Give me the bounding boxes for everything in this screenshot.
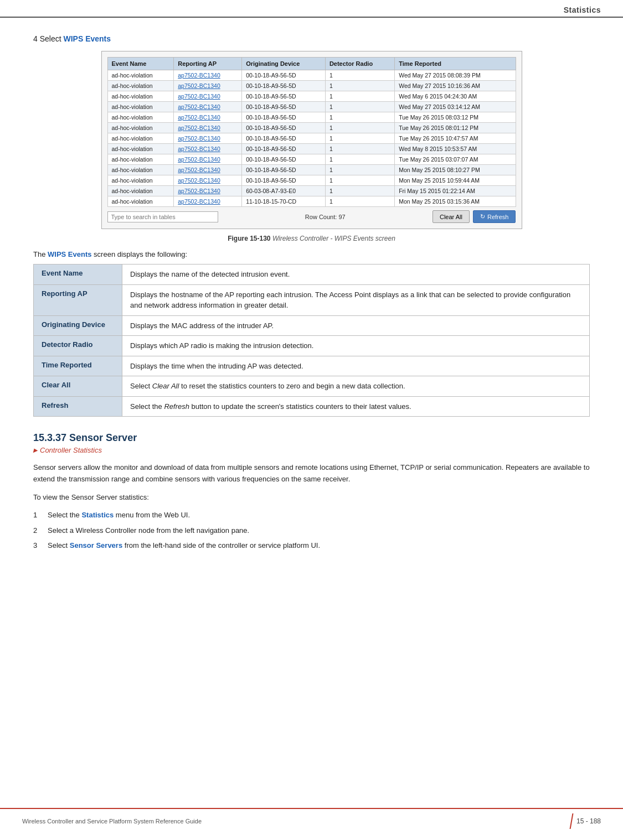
sub-link-text[interactable]: Controller Statistics xyxy=(40,446,102,454)
cell-ap: ap7502-BC1340 xyxy=(174,186,242,196)
cell-device: 00-10-18-A9-56-5D xyxy=(242,154,326,165)
col-reporting-ap[interactable]: Reporting AP xyxy=(174,58,242,70)
step-1-content: Select the Statistics menu from the Web … xyxy=(48,510,190,521)
intro-link[interactable]: WIPS Events xyxy=(48,250,91,258)
step-3-content: Select Sensor Servers from the left-hand… xyxy=(48,540,320,551)
refresh-icon: ↻ xyxy=(480,213,485,220)
step4-heading: 4 Select WIPS Events xyxy=(33,34,590,43)
step-2-text: Select a Wireless Controller node from t… xyxy=(48,525,249,536)
intro-text: The WIPS Events screen displays the foll… xyxy=(33,250,590,258)
description-table: Event Name Displays the name of the dete… xyxy=(33,264,590,417)
desc-value-event-name: Displays the name of the detected intrus… xyxy=(122,265,590,285)
table-footer: Row Count: 97 Clear All ↻ Refresh xyxy=(107,210,516,223)
table-row: ad-hoc-violation ap7502-BC1340 00-10-18-… xyxy=(107,70,516,81)
figure-caption: Figure 15-130 Wireless Controller - WIPS… xyxy=(33,235,590,242)
desc-value-reporting-ap: Displays the hostname of the AP reportin… xyxy=(122,284,590,315)
intro-before: The xyxy=(33,250,48,258)
table-row: ad-hoc-violation ap7502-BC1340 11-10-18-… xyxy=(107,196,516,207)
cell-event: ad-hoc-violation xyxy=(107,70,174,81)
desc-row-event-name: Event Name Displays the name of the dete… xyxy=(34,265,590,285)
cell-radio: 1 xyxy=(325,112,394,123)
col-detector-radio[interactable]: Detector Radio xyxy=(325,58,394,70)
step4-link[interactable]: WIPS Events xyxy=(63,34,111,43)
cell-radio: 1 xyxy=(325,175,394,186)
table-row: ad-hoc-violation ap7502-BC1340 60-03-08-… xyxy=(107,186,516,196)
page-header: Statistics xyxy=(0,0,623,18)
page-footer: Wireless Controller and Service Platform… xyxy=(0,808,623,829)
cell-time: Wed May 6 2015 04:24:30 AM xyxy=(395,91,516,102)
desc-row-reporting-ap: Reporting AP Displays the hostname of th… xyxy=(34,284,590,315)
cell-time: Wed May 27 2015 10:16:36 AM xyxy=(395,81,516,91)
cell-event: ad-hoc-violation xyxy=(107,112,174,123)
search-input[interactable] xyxy=(107,211,218,222)
cell-event: ad-hoc-violation xyxy=(107,175,174,186)
screenshot-box: Event Name Reporting AP Originating Devi… xyxy=(101,51,522,229)
cell-device: 60-03-08-A7-93-E0 xyxy=(242,186,326,196)
cell-device: 00-10-18-A9-56-5D xyxy=(242,144,326,154)
step-3-link[interactable]: Sensor Servers xyxy=(70,541,122,549)
step-1-before: Select the xyxy=(48,511,81,519)
figure-bold: Figure 15-130 xyxy=(228,235,270,242)
cell-ap: ap7502-BC1340 xyxy=(174,154,242,165)
cell-radio: 1 xyxy=(325,81,394,91)
cell-ap: ap7502-BC1340 xyxy=(174,175,242,186)
cell-device: 00-10-18-A9-56-5D xyxy=(242,102,326,112)
cell-device: 00-10-18-A9-56-5D xyxy=(242,175,326,186)
cell-time: Wed May 8 2015 10:53:57 AM xyxy=(395,144,516,154)
section-heading: 15.3.37 Sensor Server xyxy=(33,432,590,444)
cell-ap: ap7502-BC1340 xyxy=(174,102,242,112)
table-row: ad-hoc-violation ap7502-BC1340 00-10-18-… xyxy=(107,165,516,175)
col-event-name[interactable]: Event Name xyxy=(107,58,174,70)
col-time-reported[interactable]: Time Reported xyxy=(395,58,516,70)
table-row: ad-hoc-violation ap7502-BC1340 00-10-18-… xyxy=(107,133,516,144)
row-count: Row Count: 97 xyxy=(305,214,346,220)
desc-value-time-reported: Displays the time when the intruding AP … xyxy=(122,356,590,376)
desc-row-originating-device: Originating Device Displays the MAC addr… xyxy=(34,315,590,336)
footer-right: 15 - 188 xyxy=(571,813,601,829)
desc-row-detector-radio: Detector Radio Displays which AP radio i… xyxy=(34,336,590,356)
cell-radio: 1 xyxy=(325,91,394,102)
cell-device: 00-10-18-A9-56-5D xyxy=(242,91,326,102)
header-title: Statistics xyxy=(564,6,601,14)
cell-radio: 1 xyxy=(325,154,394,165)
cell-device: 00-10-18-A9-56-5D xyxy=(242,165,326,175)
desc-label-clear-all: Clear All xyxy=(34,376,122,397)
step-2: 2 Select a Wireless Controller node from… xyxy=(33,525,590,536)
desc-value-originating-device: Displays the MAC address of the intruder… xyxy=(122,315,590,336)
cell-ap: ap7502-BC1340 xyxy=(174,133,242,144)
table-row: ad-hoc-violation ap7502-BC1340 00-10-18-… xyxy=(107,81,516,91)
table-body: ad-hoc-violation ap7502-BC1340 00-10-18-… xyxy=(107,70,516,207)
desc-value-clear-all: Select Clear All to reset the statistics… xyxy=(122,376,590,397)
step-1-link[interactable]: Statistics xyxy=(81,511,114,519)
step4-label: 4 Select xyxy=(33,34,63,43)
step-3: 3 Select Sensor Servers from the left-ha… xyxy=(33,540,590,551)
cell-time: Wed May 27 2015 08:08:39 PM xyxy=(395,70,516,81)
cell-radio: 1 xyxy=(325,186,394,196)
section-title: Sensor Server xyxy=(69,432,137,443)
footer-left: Wireless Controller and Service Platform… xyxy=(22,818,202,825)
cell-radio: 1 xyxy=(325,165,394,175)
cell-device: 00-10-18-A9-56-5D xyxy=(242,123,326,133)
col-originating-device[interactable]: Originating Device xyxy=(242,58,326,70)
cell-event: ad-hoc-violation xyxy=(107,186,174,196)
desc-row-refresh: Refresh Select the Refresh button to upd… xyxy=(34,396,590,417)
table-row: ad-hoc-violation ap7502-BC1340 00-10-18-… xyxy=(107,123,516,133)
cell-ap: ap7502-BC1340 xyxy=(174,123,242,133)
cell-radio: 1 xyxy=(325,133,394,144)
sub-link[interactable]: Controller Statistics xyxy=(33,446,590,454)
cell-event: ad-hoc-violation xyxy=(107,91,174,102)
cell-device: 00-10-18-A9-56-5D xyxy=(242,81,326,91)
desc-value-detector-radio: Displays which AP radio is making the in… xyxy=(122,336,590,356)
button-group: Clear All ↻ Refresh xyxy=(433,210,516,223)
table-row: ad-hoc-violation ap7502-BC1340 00-10-18-… xyxy=(107,144,516,154)
cell-event: ad-hoc-violation xyxy=(107,123,174,133)
cell-ap: ap7502-BC1340 xyxy=(174,144,242,154)
clear-all-button[interactable]: Clear All xyxy=(433,210,470,223)
refresh-button[interactable]: ↻ Refresh xyxy=(473,210,516,223)
cell-device: 11-10-18-15-70-CD xyxy=(242,196,326,207)
cell-radio: 1 xyxy=(325,123,394,133)
table-header: Event Name Reporting AP Originating Devi… xyxy=(107,58,516,70)
step-3-after: from the left-hand side of the controlle… xyxy=(122,541,320,549)
cell-event: ad-hoc-violation xyxy=(107,144,174,154)
cell-time: Mon May 25 2015 03:15:36 AM xyxy=(395,196,516,207)
